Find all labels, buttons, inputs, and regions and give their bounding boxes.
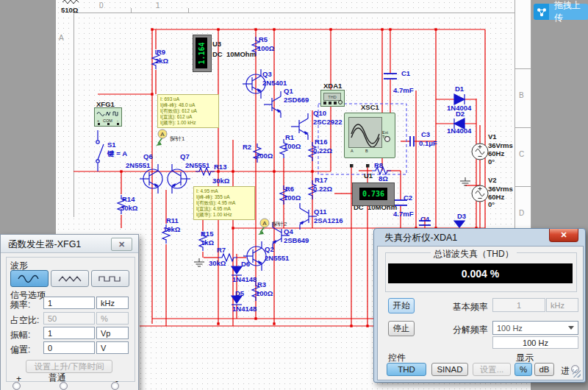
fg-plus-terminal[interactable] — [12, 382, 21, 390]
close-icon[interactable]: ✕ — [549, 229, 578, 242]
component-label[interactable]: R9 — [157, 49, 165, 56]
component-label[interactable]: 100Ω — [284, 194, 301, 202]
settings-button[interactable]: 设置... — [473, 363, 511, 376]
component-label[interactable]: DC 10MOhm — [212, 51, 256, 58]
component-label[interactable]: R8 — [374, 162, 383, 169]
offset-input[interactable]: 0 — [43, 341, 95, 354]
multimeter-u3[interactable]: 1.164 — [193, 35, 212, 72]
component-label[interactable]: 2N5551 — [126, 162, 150, 169]
frequency-unit[interactable]: kHz — [96, 297, 129, 309]
component-label[interactable]: Q1 — [284, 88, 293, 95]
component-label[interactable]: R14 — [122, 196, 135, 203]
component-label[interactable]: 2SD669 — [284, 96, 309, 104]
component-label[interactable]: XDA1 — [323, 82, 342, 90]
component-label[interactable]: 2N5551 — [185, 162, 209, 169]
duty-cycle-input[interactable]: 50 — [43, 312, 95, 325]
component-label[interactable]: Q3 — [262, 71, 272, 78]
fg-minus-terminal[interactable] — [111, 382, 119, 390]
component-label[interactable]: 键 = A — [107, 150, 127, 157]
component-label[interactable]: V2 — [488, 177, 497, 184]
waveform-triangle-button[interactable] — [51, 270, 89, 287]
amplitude-input[interactable]: 1 — [43, 327, 95, 339]
component-label[interactable]: 2N5551 — [265, 255, 289, 262]
component-label[interactable]: 30kΩ — [121, 205, 137, 212]
component-label[interactable]: 510Ω — [61, 7, 78, 14]
component-label[interactable]: 8Ω — [379, 175, 388, 182]
distortion-analyzer-icon[interactable]: THD — [320, 90, 345, 107]
component-label[interactable]: R7 — [217, 247, 226, 254]
component-label[interactable]: R3 — [257, 281, 266, 288]
sinad-mode-button[interactable]: SINAD — [431, 363, 468, 376]
component-label[interactable]: R15 — [201, 230, 213, 238]
component-label[interactable]: XSC1 — [361, 104, 379, 111]
duty-cycle-unit[interactable]: % — [96, 312, 129, 325]
component-label[interactable]: R6 — [285, 185, 294, 193]
component-label[interactable]: R17 — [315, 177, 327, 184]
component-label[interactable]: R2 — [243, 143, 251, 151]
component-label[interactable]: 探针1 — [170, 135, 184, 143]
resize-grip[interactable] — [573, 369, 581, 377]
component-label[interactable]: 0.22Ω — [313, 147, 332, 155]
component-label[interactable]: C1 — [401, 70, 410, 77]
component-label[interactable]: U1 — [364, 172, 373, 180]
component-label[interactable]: R1 — [285, 134, 294, 141]
component-label[interactable]: V1 — [488, 133, 497, 141]
component-label[interactable]: 100Ω — [256, 290, 273, 297]
component-label[interactable]: C2 — [404, 194, 412, 202]
set-rise-fall-button[interactable]: 设置上升/下降时间 — [26, 360, 112, 373]
fg-common-terminal[interactable] — [60, 382, 68, 390]
db-display-button[interactable]: dB — [534, 363, 554, 376]
function-generator-icon[interactable]: + COM - — [94, 107, 122, 127]
component-label[interactable]: 1N4148 — [232, 276, 257, 283]
component-label[interactable]: 100Ω — [257, 45, 274, 52]
waveform-sine-button[interactable] — [10, 270, 49, 287]
component-label[interactable]: R13 — [214, 163, 226, 171]
multimeter-u1[interactable]: 0.736 — [352, 182, 395, 206]
component-label[interactable]: Q4 — [284, 228, 293, 235]
component-label[interactable]: 0.22Ω — [313, 185, 332, 193]
component-label[interactable]: 2SA1216 — [314, 217, 343, 224]
fundamental-freq-unit[interactable]: kHz — [546, 298, 578, 312]
component-label[interactable]: Q6 — [143, 153, 153, 160]
component-label[interactable]: Q10 — [313, 110, 326, 117]
component-label[interactable]: C3 — [421, 131, 430, 138]
resolution-freq-dropdown[interactable]: 100 Hz — [492, 321, 578, 335]
fundamental-freq-input[interactable]: 1 — [492, 298, 545, 312]
frequency-input[interactable]: 1 — [43, 297, 95, 309]
close-icon[interactable]: ✕ — [111, 238, 132, 251]
component-label[interactable]: 探针2 — [272, 221, 287, 228]
component-label[interactable]: C4 — [420, 216, 429, 223]
drag-upload-button[interactable]: 拖拽上传 — [534, 4, 588, 20]
oscilloscope-icon[interactable]: Ext Trig A B — [344, 113, 395, 158]
component-label[interactable]: R11 — [166, 217, 179, 224]
component-label[interactable]: D1 — [455, 85, 464, 93]
component-label[interactable]: 60Hz — [488, 150, 504, 157]
component-label[interactable]: S1 — [107, 141, 116, 149]
waveform-square-button[interactable] — [91, 270, 129, 287]
component-label[interactable]: 0.1μF — [419, 140, 437, 147]
component-label[interactable]: Q2 — [265, 246, 274, 253]
stop-button[interactable]: 停止 — [388, 321, 415, 336]
da-title-bar[interactable]: 失真分析仪-XDA1 ✕ — [374, 229, 585, 246]
component-label[interactable]: 2SB649 — [284, 237, 309, 244]
component-label[interactable]: 4.7mF — [393, 210, 413, 218]
fg-title-bar[interactable]: 函数发生器-XFG1 ✕ — [1, 235, 138, 253]
component-label[interactable]: D6 — [241, 260, 250, 268]
component-label[interactable]: 2SC2922 — [313, 118, 343, 126]
component-label[interactable]: 1kΩ — [201, 239, 214, 247]
component-label[interactable]: 30kΩ — [209, 260, 226, 267]
start-button[interactable]: 开始 — [388, 298, 415, 313]
thd-mode-button[interactable]: THD — [387, 363, 426, 376]
component-label[interactable]: D2 — [456, 110, 465, 118]
component-label[interactable]: 4.7mF — [393, 87, 413, 94]
offset-unit[interactable]: V — [96, 341, 129, 354]
component-label[interactable]: 200Ω — [256, 152, 273, 160]
component-label[interactable]: D3 — [457, 213, 466, 220]
component-label[interactable]: 100Ω — [284, 143, 301, 150]
component-label[interactable]: Q7 — [180, 153, 190, 160]
component-label[interactable]: 2N5401 — [262, 79, 287, 87]
component-label[interactable]: 36Vrms — [488, 185, 513, 193]
component-label[interactable]: 2kΩ — [155, 57, 168, 65]
amplitude-unit[interactable]: Vp — [96, 327, 129, 339]
component-label[interactable]: 10kΩ — [163, 226, 180, 233]
